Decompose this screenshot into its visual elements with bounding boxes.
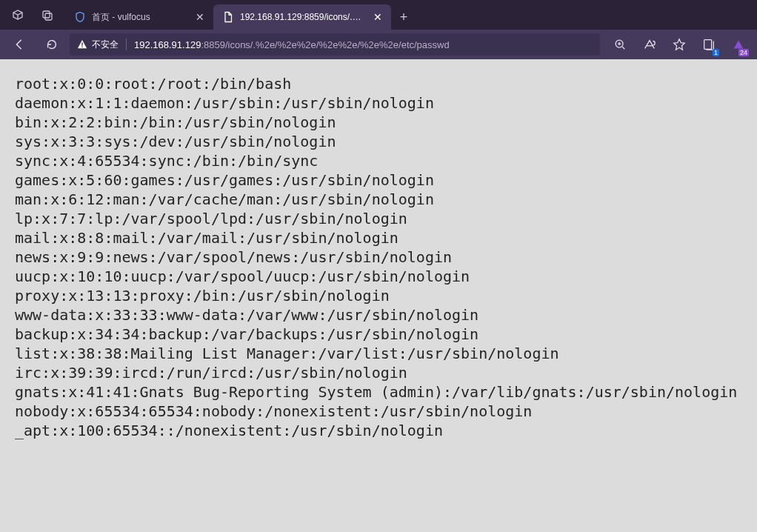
title-bar: 首页 - vulfocus ✕ 192.168.91.129:8859/icon…	[0, 0, 757, 30]
passwd-output: root:x:0:0:root:/root:/bin/bash daemon:x…	[0, 59, 757, 449]
site-shield-icon	[74, 11, 86, 23]
back-button[interactable]	[4, 30, 34, 59]
new-tab-button[interactable]: +	[391, 4, 416, 30]
url-field[interactable]: 不安全 192.168.91.129:8859/icons/.%2e/%2e%2…	[70, 33, 600, 56]
collections-icon[interactable]: 1	[695, 30, 723, 59]
profile-icon[interactable]: 24	[724, 30, 753, 59]
insecure-warning: 不安全	[77, 39, 119, 51]
url-path: :8859/icons/.%2e/%2e%2e/%2e%2e/%2e%2e/et…	[201, 39, 449, 50]
page-content: root:x:0:0:root:/root:/bin/bash daemon:x…	[0, 59, 757, 532]
close-icon[interactable]: ✕	[373, 11, 384, 23]
tab-actions-icon[interactable]	[34, 0, 61, 30]
url-host: 192.168.91.129	[134, 39, 201, 50]
svg-rect-3	[81, 47, 82, 47]
refresh-button[interactable]	[37, 30, 67, 59]
url-text: 192.168.91.129:8859/icons/.%2e/%2e%2e/%2…	[134, 39, 450, 50]
workspaces-icon[interactable]	[4, 0, 31, 30]
close-icon[interactable]: ✕	[194, 11, 206, 23]
collections-badge: 1	[713, 49, 719, 56]
svg-rect-0	[43, 11, 50, 18]
file-icon	[222, 11, 234, 23]
favorite-icon[interactable]	[665, 30, 693, 59]
address-bar: 不安全 192.168.91.129:8859/icons/.%2e/%2e%2…	[0, 30, 757, 59]
svg-rect-5	[704, 40, 712, 50]
svg-rect-2	[81, 42, 82, 45]
svg-rect-1	[45, 13, 52, 20]
tab-inactive[interactable]: 首页 - vulfocus ✕	[65, 4, 213, 30]
tab-label: 首页 - vulfocus	[92, 11, 188, 24]
divider	[126, 39, 127, 50]
tab-label: 192.168.91.129:8859/icons/.%2e/	[240, 12, 367, 22]
insecure-label: 不安全	[92, 39, 119, 51]
zoom-icon[interactable]	[606, 30, 634, 59]
profile-badge: 24	[738, 49, 749, 56]
read-aloud-icon[interactable]	[636, 30, 664, 59]
tab-active[interactable]: 192.168.91.129:8859/icons/.%2e/ ✕	[213, 4, 391, 30]
